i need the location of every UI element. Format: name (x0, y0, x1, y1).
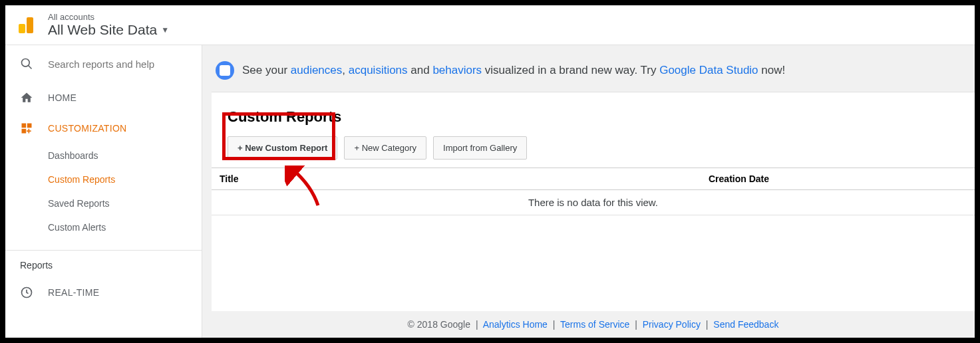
search-icon (20, 57, 33, 70)
link-data-studio[interactable]: Google Data Studio (659, 64, 758, 76)
sidebar: HOME CUSTOMIZATION Dashboards Custom Rep… (5, 45, 202, 338)
banner-text: and (408, 64, 433, 76)
nav-home[interactable]: HOME (5, 82, 202, 113)
table-header: Title Creation Date (212, 168, 975, 190)
svg-rect-4 (22, 129, 27, 134)
nav-home-label: HOME (48, 92, 77, 103)
header: All accounts All Web Site Data ▼ (5, 5, 975, 45)
accounts-label: All accounts (48, 12, 169, 22)
promo-banner: See your audiences, acquisitions and beh… (212, 55, 975, 92)
home-icon (20, 91, 33, 104)
dropdown-arrow-icon: ▼ (161, 25, 169, 35)
column-creation-date: Creation Date (701, 168, 975, 189)
svg-rect-3 (27, 124, 32, 128)
link-privacy[interactable]: Privacy Policy (643, 319, 701, 330)
banner-text: now! (758, 64, 786, 76)
link-behaviors[interactable]: behaviors (432, 64, 482, 76)
new-category-button[interactable]: + New Category (344, 136, 426, 160)
link-analytics-home[interactable]: Analytics Home (483, 319, 548, 330)
sidebar-item-dashboards[interactable]: Dashboards (5, 144, 202, 168)
nav-realtime[interactable]: REAL-TIME (5, 277, 202, 308)
clock-icon (20, 286, 33, 299)
view-selector[interactable]: All Web Site Data ▼ (48, 22, 169, 38)
link-terms[interactable]: Terms of Service (560, 319, 629, 330)
svg-rect-2 (22, 124, 27, 128)
svg-point-0 (22, 59, 30, 67)
svg-line-1 (29, 66, 32, 69)
analytics-logo-icon (16, 15, 37, 36)
footer: © 2018 Google | Analytics Home | Terms o… (212, 311, 975, 338)
search-input[interactable] (48, 58, 187, 70)
import-from-gallery-button[interactable]: Import from Gallery (433, 136, 527, 160)
view-title: All Web Site Data (48, 22, 157, 38)
new-custom-report-button[interactable]: + New Custom Report (228, 136, 337, 160)
reports-section-header: Reports (5, 250, 202, 277)
sidebar-item-custom-reports[interactable]: Custom Reports (5, 168, 202, 191)
page-title: Custom Reports (212, 108, 975, 136)
nav-customization[interactable]: CUSTOMIZATION (5, 113, 202, 144)
banner-text: visualized in a brand new way. Try (482, 64, 659, 76)
customization-icon (20, 122, 33, 135)
banner-text: , (342, 64, 348, 76)
nav-realtime-label: REAL-TIME (48, 287, 99, 298)
banner-text: See your (242, 64, 291, 76)
data-studio-icon (216, 61, 234, 80)
link-audiences[interactable]: audiences (291, 64, 343, 76)
column-title: Title (212, 168, 701, 189)
sidebar-item-saved-reports[interactable]: Saved Reports (5, 191, 202, 215)
link-acquisitions[interactable]: acquisitions (349, 64, 408, 76)
link-feedback[interactable]: Send Feedback (713, 319, 778, 330)
empty-state-message: There is no data for this view. (212, 190, 975, 215)
sidebar-item-custom-alerts[interactable]: Custom Alerts (5, 215, 202, 239)
nav-customization-label: CUSTOMIZATION (48, 123, 127, 134)
copyright: © 2018 Google (408, 319, 470, 330)
